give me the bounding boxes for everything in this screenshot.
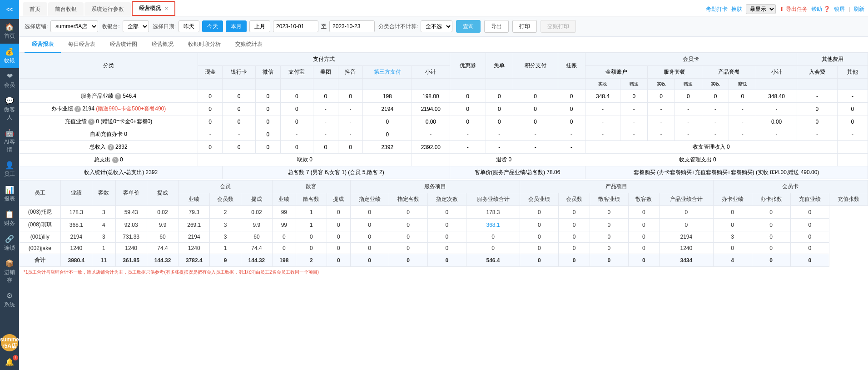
lock-link[interactable]: 锁屏: [834, 5, 845, 13]
col-third-party[interactable]: 第三方支付: [363, 66, 412, 79]
category-group: 分类合计不计算: 全不选: [378, 20, 452, 32]
sub-tab-daily[interactable]: 每日经营表: [61, 37, 103, 53]
table-row: 服务产品业绩 ? 546.4 0 0 0 0 0 0 198 198.00 0 …: [20, 90, 868, 103]
row-self-recharge-label: 自助充值办卡 0: [20, 128, 198, 141]
wechat-icon: 💬: [5, 96, 14, 105]
sidebar-item-chain[interactable]: 🔗 连锁: [0, 231, 19, 255]
member-icon: ❤: [7, 72, 13, 80]
col-amount-account: 金额账户: [585, 66, 648, 79]
bell-icon: 🔔: [5, 358, 14, 366]
summary-table: 分类 支付方式 优惠券 免单 积分支付 挂账 会员卡 其他费用 现金 银行卡 微…: [19, 53, 868, 179]
col-douyin: 抖音: [338, 66, 363, 79]
report-icon: 📊: [5, 185, 14, 194]
sidebar-label-system: 系统: [4, 301, 15, 309]
top-nav: 首页 前台收银 系统运行参数 经营概况 × 考勤打卡 换肤 暴显示 ⬆ 导出任务…: [19, 0, 868, 16]
sub-tab-report[interactable]: 经营报表: [25, 37, 61, 53]
help-icon-card[interactable]: ?: [74, 106, 81, 112]
date-label: 选择日期:: [153, 23, 176, 30]
attendance-link[interactable]: 考勤打卡: [706, 5, 728, 13]
date-btn-today[interactable]: 今天: [202, 20, 223, 32]
tab-bizview[interactable]: 经营概况 ×: [132, 1, 175, 16]
store-select[interactable]: summer5A店: [50, 20, 98, 32]
exchange-print-button[interactable]: 交账打印: [541, 20, 576, 33]
col-emp-clients: 客数: [92, 180, 115, 206]
date-group: 选择日期: 昨天 今天 本月 上月 至: [153, 20, 375, 32]
table-row-income-stat: 收入统计(总收入-总支出) 2392 总客数 7 (男客 6,女客 1) (会员…: [20, 166, 868, 179]
export-button[interactable]: 导出: [484, 20, 509, 33]
row-recharge-label: 充值业绩 ? 0 (赠送0=卡金0+套餐0): [20, 115, 198, 128]
col-payment-subtotal: 小计: [412, 66, 450, 79]
skin-link[interactable]: 换肤: [731, 5, 742, 13]
sidebar-item-finance[interactable]: 📋 财务: [0, 206, 19, 231]
inventory-icon: 📦: [5, 259, 14, 268]
print-button[interactable]: 打印: [512, 20, 537, 33]
help-icon-expense[interactable]: ?: [112, 157, 119, 163]
sidebar-item-member[interactable]: ❤ 会员: [0, 68, 19, 93]
finance-icon: 📋: [5, 210, 14, 219]
toolbar: 选择店铺: summer5A店 收银台: 全部 选择日期: 昨天 今天 本月 上…: [19, 16, 868, 37]
sidebar-label-cashier: 收银: [4, 57, 15, 65]
export-task-link[interactable]: ⬆ 导出任务: [779, 5, 807, 13]
emp-name: (001)lily: [20, 231, 61, 243]
sidebar-logo[interactable]: <<: [0, 0, 19, 19]
tab-sysparams[interactable]: 系统运行参数: [84, 2, 131, 16]
ai-icon: 🤖: [5, 129, 14, 137]
sidebar-item-report[interactable]: 📊 报表: [0, 182, 19, 206]
category-select[interactable]: 全不选: [421, 20, 452, 32]
col-points: 积分支付: [513, 53, 558, 79]
sidebar-item-system[interactable]: ⚙ 系统: [0, 288, 19, 312]
table-row: 充值业绩 ? 0 (赠送0=卡金0+套餐0) 0 0 0 0 - - 0 0.0…: [20, 115, 868, 128]
sub-tab-overview[interactable]: 经营概况: [144, 37, 181, 53]
col-emp-commission: 提成: [147, 180, 178, 206]
sub-tab-exchange-stats[interactable]: 交账统计表: [228, 37, 270, 53]
top-nav-actions: 考勤打卡 换肤 暴显示 ⬆ 导出任务 帮助 ❓ 锁屏 | 刷新: [706, 4, 864, 16]
sub-tabs: 经营报表 每日经营表 经营统计图 经营概况 收银时段分析 交账统计表: [19, 37, 868, 53]
sidebar-item-cashier[interactable]: 💰 收银: [0, 44, 19, 68]
sidebar-user-avatar[interactable]: summe r5A店: [1, 334, 18, 351]
skin-select[interactable]: 暴显示: [746, 4, 776, 14]
date-from-input[interactable]: [273, 20, 318, 32]
sidebar-alert-bell[interactable]: 🔔: [0, 354, 19, 370]
col-cash: 现金: [198, 66, 223, 79]
col-alipay: 支付宝: [280, 66, 313, 79]
tab-cashier[interactable]: 前台收银: [48, 2, 84, 16]
col-join-fee: 入会费: [797, 66, 838, 79]
emp-name: (002)jake: [20, 243, 61, 254]
category-label: 分类合计不计算:: [378, 23, 418, 30]
sidebar-item-wechat[interactable]: 💬 微客人: [0, 93, 19, 125]
table-row-total: 合计 3980.4 11 361.85 144.32 3782.4 9 144.…: [20, 254, 868, 267]
col-wechat: 微信: [255, 66, 280, 79]
sidebar-label-wechat: 微客人: [2, 106, 17, 121]
total-label: 合计: [20, 254, 61, 267]
help-icon-income[interactable]: ?: [108, 144, 114, 150]
date-to-input[interactable]: [329, 20, 375, 32]
table-row-total-expense: 总支出 ? 0 取款 0 退货 0 收支管理支出 0: [20, 154, 868, 166]
date-btn-thismonth[interactable]: 本月: [226, 20, 247, 32]
date-btn-lastmonth[interactable]: 上月: [249, 20, 270, 32]
row-income-stat-label: 收入统计(总收入-总支出) 2392: [20, 166, 223, 179]
col-member-subtotal: 小计: [756, 66, 797, 79]
query-button[interactable]: 查询: [456, 20, 481, 33]
cashier-select[interactable]: 全部: [123, 20, 149, 32]
help-link[interactable]: 帮助 ❓: [811, 5, 830, 13]
col-emp-service: 服务项目: [350, 180, 520, 193]
sub-tab-chart[interactable]: 经营统计图: [103, 37, 144, 53]
sidebar-item-staff[interactable]: 👤 员工: [0, 157, 19, 182]
refresh-link[interactable]: 刷新: [853, 5, 864, 13]
date-btn-yesterday[interactable]: 昨天: [179, 20, 199, 32]
tab-bizview-close[interactable]: ×: [165, 5, 168, 11]
sidebar: << 🏠 首页 💰 收银 ❤ 会员 💬 微客人 🤖 AI客情 👤 员工 📊 报表…: [0, 0, 19, 370]
sidebar-item-ai[interactable]: 🤖 AI客情: [0, 125, 19, 157]
help-icon-service[interactable]: ?: [115, 93, 121, 100]
col-emp-card: 会员卡: [713, 180, 868, 193]
sub-tab-cashier-analysis[interactable]: 收银时段分析: [181, 37, 228, 53]
system-icon: ⚙: [6, 291, 13, 300]
cashier-label: 收银台:: [102, 23, 119, 30]
sidebar-item-inventory[interactable]: 📦 进销存: [0, 255, 19, 288]
col-emp-walk-in: 散客: [273, 180, 351, 193]
help-icon-recharge[interactable]: ?: [88, 119, 94, 125]
tab-home[interactable]: 首页: [23, 2, 47, 16]
sidebar-item-home[interactable]: 🏠 首页: [0, 19, 19, 44]
tab-bizview-label: 经营概况: [139, 5, 161, 11]
home-icon: 🏠: [5, 23, 14, 31]
